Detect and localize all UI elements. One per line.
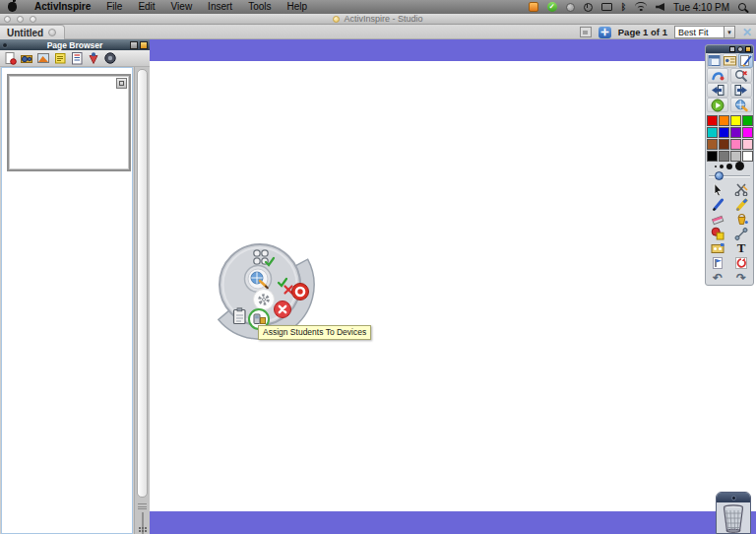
spotlight-search-icon[interactable] (738, 3, 746, 11)
main-menu-icon[interactable] (707, 53, 722, 68)
document-tab-label: Untitled (7, 28, 43, 38)
pen-width-slider[interactable] (709, 171, 750, 180)
status-gray-circle-icon[interactable] (566, 3, 575, 12)
trash-widget[interactable] (716, 492, 751, 534)
resource-browser-icon[interactable] (20, 51, 33, 65)
color-swatch[interactable] (742, 115, 753, 126)
display-icon[interactable] (601, 3, 612, 11)
thumbnail-menu-icon[interactable] (116, 78, 127, 89)
capture-icon[interactable] (103, 51, 117, 65)
color-swatch[interactable] (719, 127, 729, 138)
page-background-icon[interactable] (36, 51, 50, 65)
menu-file[interactable]: File (98, 0, 130, 14)
pen-width-4[interactable] (720, 165, 724, 168)
menu-help[interactable]: Help (279, 0, 315, 14)
menu-view[interactable]: View (163, 0, 201, 14)
page-browser-header[interactable]: Page Browser (0, 39, 150, 50)
color-swatch[interactable] (730, 115, 741, 126)
pen-width-8[interactable] (735, 162, 744, 170)
panel-resize-grip[interactable] (139, 527, 147, 532)
bluetooth-icon[interactable]: ᛒ (621, 2, 626, 12)
pen-tool-icon[interactable] (707, 196, 728, 211)
menu-edit[interactable]: Edit (130, 0, 162, 14)
new-page-icon[interactable] (3, 51, 17, 65)
fill-tool-icon[interactable] (730, 211, 752, 226)
insert-media-icon[interactable] (707, 240, 728, 255)
slider-knob[interactable] (715, 171, 724, 180)
color-swatch[interactable] (707, 151, 718, 162)
view-controls: ✛ Page 1 of 1 Best Fit ▼ ✕ (580, 26, 752, 38)
page-note-icon[interactable] (53, 51, 67, 65)
document-tab[interactable]: Untitled (0, 25, 65, 39)
previous-page-icon[interactable] (707, 83, 728, 98)
clear-annotations-icon[interactable] (730, 68, 752, 83)
status-orange-app-icon[interactable] (529, 2, 538, 12)
color-swatch[interactable] (742, 139, 753, 150)
page-reset-icon[interactable] (580, 27, 592, 37)
pen-width-2[interactable] (715, 166, 717, 167)
dropdown-arrow-icon[interactable]: ▼ (724, 27, 734, 37)
menu-insert[interactable]: Insert (200, 0, 240, 14)
tab-close-icon[interactable] (48, 29, 56, 36)
menu-activinspire[interactable]: ActivInspire (27, 0, 98, 14)
strip-divider (138, 503, 147, 509)
color-swatch[interactable] (730, 127, 741, 138)
annotate-over-desktop-icon[interactable] (738, 53, 753, 68)
toolbox-close-icon[interactable] (745, 46, 751, 52)
pen-width-6[interactable] (726, 164, 732, 169)
next-page-icon[interactable] (730, 83, 752, 98)
results-clipboard-icon[interactable] (234, 308, 246, 324)
desktop-annotate-icon[interactable]: ✛ (598, 27, 611, 38)
color-swatch[interactable] (707, 127, 718, 138)
menu-bar-clock[interactable]: Tue 4:10 PM (673, 2, 729, 13)
reset-page-icon[interactable] (730, 255, 752, 270)
time-machine-icon[interactable] (584, 3, 593, 12)
undo-icon[interactable]: ↶ (707, 270, 728, 285)
express-poll-center-button[interactable] (245, 266, 272, 293)
toolbar-close-icon[interactable]: ✕ (742, 27, 752, 38)
trash-header[interactable] (717, 493, 750, 502)
flag-tool-icon[interactable] (707, 255, 728, 270)
color-swatch[interactable] (707, 139, 718, 150)
redo-icon[interactable]: ↷ (730, 270, 752, 285)
color-swatch[interactable] (742, 151, 753, 162)
page-notes-list-icon[interactable] (70, 51, 84, 65)
select-tool-icon[interactable] (707, 181, 728, 196)
panel-close-icon[interactable] (140, 41, 148, 49)
start-vote-icon[interactable] (707, 98, 728, 112)
toolbox-rollup-icon[interactable] (729, 46, 735, 52)
panel-rollup-icon[interactable] (130, 41, 138, 49)
shapes-tool-icon[interactable] (707, 226, 728, 240)
toolbox-pin-icon[interactable] (737, 46, 743, 52)
color-swatch[interactable] (707, 115, 718, 126)
highlighter-tool-icon[interactable] (730, 196, 752, 211)
express-poll-icon[interactable] (730, 98, 752, 112)
options-gear-button[interactable] (254, 290, 275, 310)
color-swatch[interactable] (730, 139, 741, 150)
spinner-toy-icon[interactable] (87, 51, 100, 65)
switch-profile-icon[interactable] (723, 53, 737, 68)
tools-scissors-icon[interactable] (730, 181, 752, 196)
wifi-icon[interactable] (635, 3, 647, 11)
menu-tools[interactable]: Tools (240, 0, 279, 14)
status-green-check-icon[interactable]: ✓ (547, 2, 557, 12)
color-swatch[interactable] (719, 115, 729, 126)
eraser-tool-icon[interactable] (707, 211, 728, 226)
scrollbar[interactable] (137, 69, 148, 498)
connector-tool-icon[interactable] (730, 226, 752, 240)
text-tool-icon[interactable]: T (730, 240, 752, 255)
trash-header-button[interactable] (731, 496, 736, 501)
color-swatch[interactable] (719, 151, 729, 162)
target-bullseye-icon[interactable] (292, 284, 309, 300)
page-thumbnail[interactable] (7, 74, 131, 171)
trash-can-icon[interactable] (717, 502, 750, 534)
stop-poll-button[interactable] (275, 301, 291, 318)
color-swatch[interactable] (742, 127, 753, 138)
zoom-mode-select[interactable]: Best Fit ▼ (674, 26, 735, 38)
apple-menu-icon[interactable] (8, 2, 17, 12)
desktop-tools-icon[interactable] (707, 68, 728, 83)
volume-icon[interactable] (656, 3, 664, 11)
color-swatch[interactable] (730, 151, 741, 162)
color-swatch[interactable] (719, 139, 729, 150)
toolbox-header[interactable] (706, 45, 753, 53)
